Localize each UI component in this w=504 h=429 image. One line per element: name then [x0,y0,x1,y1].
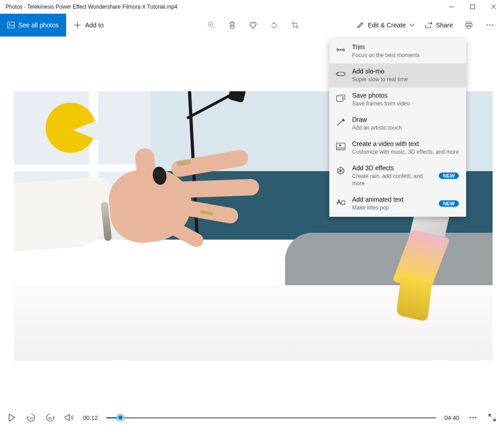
svg-point-8 [489,25,491,26]
save-photos-icon [336,94,345,102]
menu-draw-sub: Add an artistic touch [352,125,459,132]
menu-save-photos-sub: Save frames from video [352,100,459,108]
window-title: Photos - Telekinesis Power Effect Wonder… [5,4,177,10]
photo-icon [7,22,15,28]
play-icon [9,414,15,421]
menu-3d-title: Add 3D effects [352,164,432,173]
svg-text:30: 30 [48,417,52,420]
svg-point-16 [470,417,471,419]
skip-back-button[interactable]: 10 [26,412,36,423]
print-icon [465,21,473,29]
video-text-icon [336,143,345,150]
volume-icon [65,414,74,421]
print-button[interactable] [458,16,479,34]
add-to-button[interactable]: Add to [74,21,104,29]
svg-rect-11 [337,96,343,101]
svg-rect-5 [466,24,472,26]
toolbar: See all photos Add to Edit & Create Shar… [0,14,504,37]
menu-video-text[interactable]: Create a video with text Customize with … [329,136,466,160]
svg-rect-13 [342,201,345,204]
svg-point-18 [475,417,477,419]
3d-effects-icon [336,166,345,175]
svg-text:10: 10 [29,417,33,420]
menu-trim-title: Trim [352,43,459,52]
draw-icon [336,118,345,126]
menu-video-text-title: Create a video with text [352,140,459,148]
fullscreen-icon [488,414,496,421]
playback-bar: 10 30 00:12 04:40 [0,406,504,429]
menu-anim-text-sub: Make titles pop [352,204,432,212]
menu-save-photos[interactable]: Save photos Save frames from video [329,88,466,112]
menu-trim-sub: Focus on the best moments [352,52,459,59]
more-button[interactable] [479,16,500,34]
close-button[interactable] [483,0,504,14]
svg-point-2 [9,24,10,25]
menu-slomo-title: Add slo-mo [352,68,459,76]
more-icon [486,24,494,26]
add-to-label: Add to [85,21,104,29]
trash-icon [229,21,235,29]
svg-rect-6 [467,26,471,28]
playback-more-button[interactable] [468,412,478,423]
zoom-button[interactable] [201,16,222,34]
svg-point-9 [492,25,494,26]
plus-icon [74,22,81,28]
menu-save-photos-title: Save photos [352,92,459,100]
fullscreen-button[interactable] [487,412,498,423]
menu-video-text-sub: Customize with music, 3D effects, and mo… [352,149,459,156]
crop-button[interactable] [285,16,306,34]
slomo-icon [336,71,346,77]
svg-point-7 [487,25,488,26]
close-icon [491,5,496,9]
share-button[interactable]: Share [420,21,458,29]
play-button[interactable] [6,412,17,423]
trim-icon [336,47,345,53]
title-bar: Photos - Telekinesis Power Effect Wonder… [0,0,504,14]
delete-button[interactable] [222,16,243,34]
edit-create-label: Edit & Create [368,21,405,29]
menu-animated-text[interactable]: Add animated text Make titles pop NEW [329,192,466,216]
skip-back-icon: 10 [26,413,36,422]
total-time: 04:40 [444,414,459,421]
menu-trim[interactable]: Trim Focus on the best moments [329,39,466,63]
menu-3d-effects[interactable]: Add 3D effects Create rain, add confetti… [329,160,466,192]
menu-draw-title: Draw [352,116,459,124]
svg-rect-0 [471,5,475,9]
pacman-decor [46,103,96,153]
svg-point-17 [473,417,474,419]
volume-button[interactable] [64,412,75,423]
rotate-button[interactable] [264,16,285,34]
share-icon [425,22,432,28]
edit-create-dropdown: Trim Focus on the best moments Add slo-m… [329,38,466,217]
see-all-photos-button[interactable]: See all photos [0,14,66,37]
minimize-button[interactable] [441,0,462,14]
menu-3d-sub: Create rain, add confetti, and more [352,173,432,187]
favorite-button[interactable] [243,16,264,34]
chevron-down-icon [410,24,414,26]
seek-slider[interactable] [106,413,436,422]
skip-forward-button[interactable]: 30 [45,412,56,423]
svg-rect-4 [467,22,471,24]
zoom-icon [208,21,215,29]
menu-slomo-sub: Super slow to real time [352,76,459,84]
current-time: 00:12 [83,414,98,421]
crop-icon [291,21,299,29]
more-icon [469,417,477,419]
skip-forward-icon: 30 [45,413,55,422]
see-all-label: See all photos [18,21,59,29]
edit-create-button[interactable]: Edit & Create [351,21,419,29]
animated-text-icon [336,199,345,206]
maximize-button[interactable] [462,0,483,14]
minimize-icon [449,5,454,9]
share-label: Share [436,21,453,29]
new-badge: NEW [439,200,459,207]
rotate-icon [270,21,278,29]
menu-anim-text-title: Add animated text [352,196,432,204]
maximize-icon [470,5,475,9]
new-badge: NEW [439,173,459,179]
heart-icon [249,21,257,29]
edit-create-icon [357,21,364,29]
menu-slomo[interactable]: Add slo-mo Super slow to real time [329,63,466,88]
menu-draw[interactable]: Draw Add an artistic touch [329,112,466,136]
